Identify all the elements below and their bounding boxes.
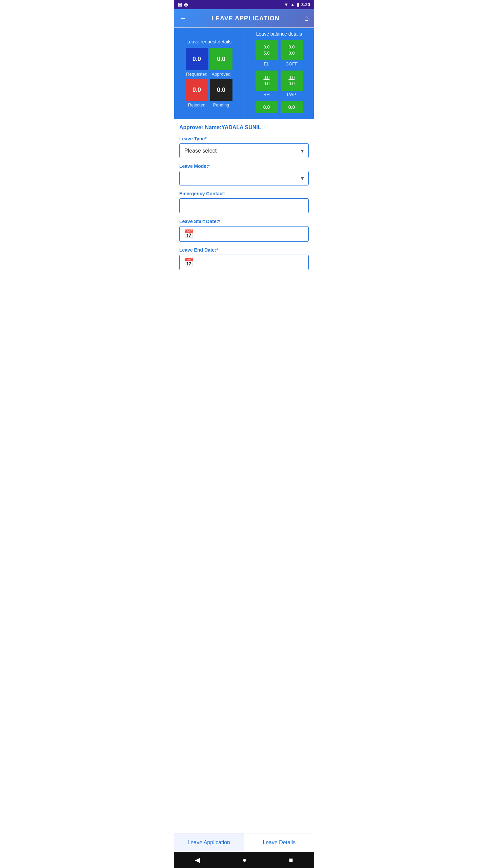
time-display: 3:20	[301, 2, 310, 7]
leave-mode-select-wrapper[interactable]	[179, 171, 309, 185]
leave-start-date-wrapper[interactable]: 📅	[179, 226, 309, 242]
leave-type-group: Leave Type* Please select	[179, 136, 309, 158]
lwp-group: 0.0 0.0 LWP	[281, 71, 303, 97]
approved-group: 0.0 Approved	[210, 48, 232, 77]
page-title: LEAVE APPLICATION	[211, 15, 280, 22]
rh-bottom-value: 0.0	[263, 81, 269, 87]
rejected-card: 0.0	[186, 79, 208, 101]
app-header: ← LEAVE APPLICATION ⌂	[174, 9, 314, 27]
back-button[interactable]: ←	[179, 14, 187, 23]
leave-mode-select[interactable]	[179, 171, 309, 185]
coff-card: 0.0 0.0	[281, 40, 303, 60]
rh-label: RH	[263, 92, 270, 97]
leave-balance-title: Leave balance details	[256, 31, 302, 37]
leave-request-cards: 0.0 Requested 0.0 Approved 0.0 Rejected …	[176, 48, 242, 107]
coff-bottom-value: 0.0	[288, 50, 294, 56]
lwp-card: 0.0 0.0	[281, 71, 303, 91]
el-card: 0.0 5.0	[256, 40, 278, 60]
rejected-label: Rejected	[188, 102, 205, 107]
pending-card: 0.0	[210, 79, 232, 101]
bottom-tabs: Leave Application Leave Details	[174, 833, 314, 852]
leave-type-select-wrapper[interactable]: Please select	[179, 143, 309, 158]
approver-name-display: Approver Name:YADALA SUNIL	[179, 124, 309, 131]
balance-row-1: 0.0 5.0 EL 0.0 0.0 COFF	[256, 40, 303, 66]
leave-type-label: Leave Type*	[179, 136, 309, 141]
lwp-label: LWP	[287, 92, 296, 97]
emergency-contact-input[interactable]	[179, 198, 309, 213]
main-content: Approver Name:YADALA SUNIL Leave Type* P…	[174, 119, 314, 833]
wifi-icon: ▼	[284, 2, 288, 7]
approved-label: Approved	[212, 72, 231, 77]
lwp-top-value: 0.0	[288, 75, 294, 81]
leave-end-date-label: Leave End Date:*	[179, 247, 309, 253]
coff-group: 0.0 0.0 COFF	[281, 40, 303, 66]
leave-end-date-input[interactable]	[197, 259, 304, 265]
balance-row-2: 0.0 0.0 RH 0.0 0.0 LWP	[256, 71, 303, 97]
balance-row-3: 0.0 0.0	[256, 101, 303, 113]
requested-label: Requested	[186, 72, 207, 77]
lwp-bottom-value: 0.0	[288, 81, 294, 87]
leave-request-panel: Leave request details 0.0 Requested 0.0 …	[174, 28, 244, 119]
emergency-contact-group: Emergency Contact:	[179, 191, 309, 213]
circle-icon: ◎	[184, 2, 188, 7]
android-back-button[interactable]: ◀	[195, 856, 200, 864]
summary-panel: Leave request details 0.0 Requested 0.0 …	[174, 27, 314, 119]
leave-start-date-group: Leave Start Date:* 📅	[179, 219, 309, 242]
signal-icon: ▲	[290, 2, 295, 7]
coff-label: COFF	[286, 61, 298, 66]
leave-request-title: Leave request details	[186, 39, 231, 44]
el-top-value: 0.0	[263, 44, 269, 50]
leave-start-date-label: Leave Start Date:*	[179, 219, 309, 224]
approved-card: 0.0	[210, 48, 232, 70]
leave-balance-panel: Leave balance details 0.0 5.0 EL 0.0 0.0	[244, 28, 314, 119]
el-single-card: 0.0	[256, 101, 278, 113]
battery-icon: ▮	[297, 2, 299, 7]
calendar-icon-start: 📅	[184, 229, 194, 239]
el-label: EL	[264, 61, 269, 66]
android-nav-bar: ◀ ● ■	[174, 852, 314, 868]
tab-leave-application[interactable]: Leave Application	[174, 833, 244, 852]
rejected-group: 0.0 Rejected	[186, 79, 208, 107]
status-bar: ▤ ◎ ▼ ▲ ▮ 3:20	[174, 0, 314, 9]
android-recent-button[interactable]: ■	[289, 856, 293, 864]
leave-mode-group: Leave Mode:*	[179, 163, 309, 185]
leave-type-select[interactable]: Please select	[179, 143, 309, 158]
calendar-icon-end: 📅	[184, 258, 194, 267]
rh-top-value: 0.0	[263, 75, 269, 81]
status-bar-left: ▤ ◎	[178, 2, 188, 7]
coff-top-value: 0.0	[288, 44, 294, 50]
rh-card: 0.0 0.0	[256, 71, 278, 91]
pending-group: 0.0 Pending	[210, 79, 232, 107]
emergency-contact-label: Emergency Contact:	[179, 191, 309, 196]
leave-start-date-input[interactable]	[197, 231, 304, 237]
status-bar-right: ▼ ▲ ▮ 3:20	[284, 2, 310, 7]
requested-card: 0.0	[186, 48, 208, 70]
tab-leave-details[interactable]: Leave Details	[244, 833, 314, 852]
el-group: 0.0 5.0 EL	[256, 40, 278, 66]
requested-group: 0.0 Requested	[186, 48, 208, 77]
home-button[interactable]: ⌂	[304, 14, 309, 23]
rh-group: 0.0 0.0 RH	[256, 71, 278, 97]
leave-end-date-group: Leave End Date:* 📅	[179, 247, 309, 270]
pending-label: Pending	[213, 102, 229, 107]
el-bottom-value: 5.0	[263, 50, 269, 56]
leave-end-date-wrapper[interactable]: 📅	[179, 255, 309, 270]
coff-single-card: 0.0	[281, 101, 303, 113]
android-home-button[interactable]: ●	[242, 856, 246, 864]
sim-icon: ▤	[178, 2, 182, 7]
leave-mode-label: Leave Mode:*	[179, 163, 309, 169]
